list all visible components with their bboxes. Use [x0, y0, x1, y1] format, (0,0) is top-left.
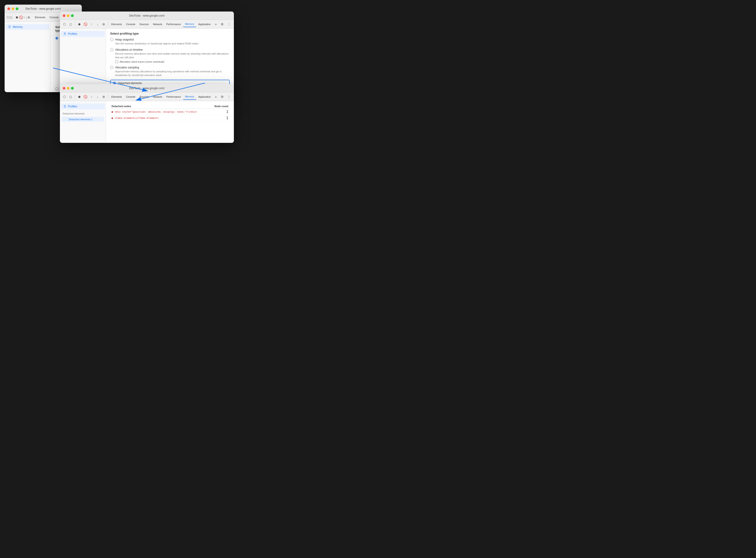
dn-row-1[interactable]: ● <div style="position: absolute; displa… — [110, 109, 230, 115]
download-icon-2[interactable]: ↓ — [95, 21, 100, 27]
tab-console-2[interactable]: Console — [124, 21, 137, 27]
checkbox-traces-2[interactable] — [115, 60, 118, 63]
tab-memory-3[interactable]: Memory — [183, 94, 196, 100]
more-tabs-icon-2[interactable]: » — [213, 21, 219, 27]
option-heap-2: Heap snapshot See the memory distributio… — [110, 38, 230, 45]
cursor-icon-3[interactable]: ⬡ — [62, 94, 67, 100]
record-icon-2[interactable]: ⏺ — [76, 21, 82, 27]
more-options-icon-3[interactable]: ⋮ — [226, 94, 232, 100]
radio-alloc-1[interactable] — [55, 87, 58, 90]
clear-icon-3[interactable]: 🚫 — [82, 94, 88, 100]
download-icon[interactable]: ↓ — [25, 14, 27, 20]
traffic-lights-1 — [7, 7, 19, 10]
clear-icon[interactable]: 🚫 — [19, 14, 23, 20]
settings-icon-2[interactable]: ⚙ — [219, 21, 225, 27]
tab-elements-3[interactable]: Elements — [109, 94, 124, 100]
collect-icon[interactable]: ⊛ — [27, 14, 30, 20]
tab-elements-1[interactable]: Elements — [33, 14, 47, 20]
checkbox-label-2: Allocation stack traces (more overhead) — [120, 60, 164, 63]
heap-label-2: Heap snapshot — [115, 38, 134, 41]
titlebar-2: DevTools - www.google.com/ — [60, 11, 234, 20]
tab-application-3[interactable]: Application — [197, 94, 213, 100]
sidebar-item-profiles-1[interactable]: ☰ Memory — [5, 24, 50, 30]
toolbar-2: ⬡ ◻ ⏺ 🚫 ↑ ↓ ⊛ Elements Console Sources N… — [60, 20, 234, 29]
sidebar-3: ☰ Profiles Detached elements 📄 Detached … — [60, 101, 106, 143]
dn-node-1: ● <div style="position: absolute; displa… — [111, 110, 197, 113]
devtools-window-3: DevTools - www.google.com/ ⬡ ◻ ⏺ 🚫 ↑ ↓ ⊛… — [60, 84, 234, 143]
checkbox-row-2: Allocation stack traces (more overhead) — [115, 60, 230, 63]
cursor-icon-2[interactable]: ⬡ — [62, 21, 67, 27]
maximize-button-2[interactable] — [71, 14, 74, 17]
minimize-button-2[interactable] — [67, 14, 70, 17]
dn-count-1: 1 — [226, 110, 228, 114]
record-icon[interactable]: ⏺ — [15, 14, 19, 20]
sidebar-item-profiles-2[interactable]: ☰ Profiles — [61, 31, 105, 37]
radio-sampling-2[interactable] — [110, 66, 114, 69]
inspect-icon[interactable]: ◻ — [10, 14, 12, 20]
upload-icon[interactable]: ↑ — [23, 14, 25, 20]
toolbar-sep-4 — [108, 22, 108, 26]
record-icon-3[interactable]: ⏺ — [76, 94, 82, 100]
maximize-button-1[interactable] — [16, 7, 19, 10]
close-button-3[interactable] — [63, 87, 66, 90]
inspect-icon-2[interactable]: ◻ — [68, 21, 73, 27]
download-icon-3[interactable]: ↓ — [95, 94, 100, 100]
toolbar-sep-6 — [108, 95, 108, 99]
maximize-button-3[interactable] — [71, 87, 74, 90]
tab-console-1[interactable]: Console — [48, 14, 60, 20]
collect-icon-3[interactable]: ⊛ — [101, 94, 106, 100]
inspect-icon-3[interactable]: ◻ — [68, 94, 73, 100]
more-tabs-icon-3[interactable]: » — [213, 94, 219, 100]
close-button-1[interactable] — [7, 7, 10, 10]
radio-label-sampling-2[interactable]: Allocation sampling — [110, 66, 230, 69]
tab-application-2[interactable]: Application — [197, 21, 213, 27]
detached-elem-icon-3: 📄 — [64, 118, 67, 121]
dn-col-nodes: Detached nodes — [111, 105, 131, 108]
more-options-icon-2[interactable]: ⋮ — [226, 21, 232, 27]
dn-count-2: 1 — [226, 116, 228, 120]
tab-console-3[interactable]: Console — [124, 94, 137, 100]
sidebar-section-label-3: Detached elements — [60, 111, 106, 116]
tune-icon-2: ☰ — [64, 32, 66, 35]
tab-sources-2[interactable]: Sources — [137, 21, 150, 27]
sidebar-label-2: Profiles — [68, 32, 77, 35]
traffic-lights-3 — [63, 87, 74, 90]
tab-memory-2[interactable]: Memory — [183, 21, 196, 27]
tab-sources-3[interactable]: Sources — [137, 94, 150, 100]
tab-network-2[interactable]: Network — [151, 21, 164, 27]
detached-elem-label-3: Detached elements 1 — [69, 118, 93, 121]
sidebar-item-profiles-3[interactable]: ☰ Profiles — [61, 103, 105, 109]
upload-icon-3[interactable]: ↑ — [89, 94, 94, 100]
tab-network-3[interactable]: Network — [151, 94, 164, 100]
close-button-2[interactable] — [63, 14, 66, 17]
dn-row-2[interactable]: ● <fake-element></fake-element> 1 — [110, 115, 230, 121]
window-title-3: DevTools - www.google.com/ — [129, 86, 165, 90]
cursor-icon[interactable]: ⬡ — [6, 14, 9, 20]
minimize-button-1[interactable] — [11, 7, 14, 10]
sidebar-label-1: Memory — [13, 25, 23, 29]
alloc-timeline-desc-2: Record memory allocations over time and … — [115, 52, 230, 59]
radio-label-alloc-timeline-2[interactable]: Allocations on timeline — [110, 48, 230, 51]
tab-performance-2[interactable]: Performance — [165, 21, 183, 27]
detached-elem-item-3[interactable]: 📄 Detached elements 1 — [62, 117, 104, 122]
sidebar-1: ☰ Memory — [5, 22, 51, 92]
dn-col-count: Node count — [215, 105, 229, 108]
window-title-2: DevTools - www.google.com/ — [129, 14, 165, 17]
sampling-desc-2: Approximate memory allocations by sampli… — [115, 70, 230, 77]
option-sampling-2: Allocation sampling Approximate memory a… — [110, 66, 230, 77]
upload-icon-2[interactable]: ↑ — [89, 21, 94, 27]
radio-alloc-timeline-2[interactable] — [110, 48, 114, 51]
radio-label-heap-2[interactable]: Heap snapshot — [110, 38, 230, 41]
sampling-label-2: Allocation sampling — [115, 66, 139, 69]
tab-performance-3[interactable]: Performance — [165, 94, 183, 100]
minimize-button-3[interactable] — [67, 87, 70, 90]
clear-icon-2[interactable]: 🚫 — [82, 21, 88, 27]
radio-heap-1[interactable] — [55, 36, 58, 40]
window-title-1: DevTools - www.google.com/ — [25, 7, 61, 10]
settings-icon-3[interactable]: ⚙ — [219, 94, 225, 100]
devtools-body-3: ☰ Profiles Detached elements 📄 Detached … — [60, 101, 234, 143]
alloc-timeline-label-2: Allocations on timeline — [115, 48, 143, 51]
collect-icon-2[interactable]: ⊛ — [101, 21, 106, 27]
radio-heap-2[interactable] — [110, 38, 114, 41]
tab-elements-2[interactable]: Elements — [109, 21, 124, 27]
